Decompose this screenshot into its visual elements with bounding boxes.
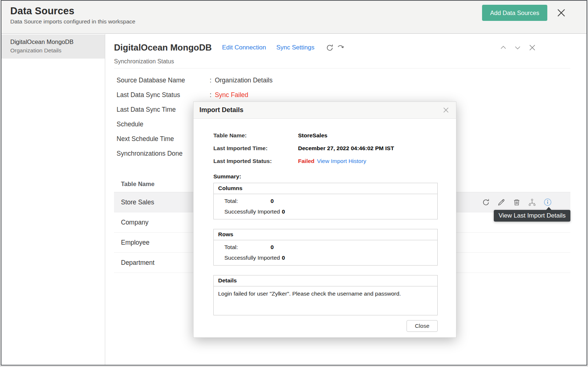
delete-icon[interactable] (512, 198, 521, 207)
modal-close-button[interactable]: Close (407, 320, 438, 332)
columns-imported-row: Successfully Imported 0 (224, 206, 437, 217)
import-details-modal: Import Details Table Name: StoreSales La… (193, 101, 456, 338)
sync-row-last-sync-status: Last Data Sync Status : Sync Failed (117, 88, 587, 102)
datasource-header-row: DigitalOcean MongoDB Edit Connection Syn… (114, 41, 570, 55)
panel-close-icon[interactable] (528, 43, 537, 52)
summary-label: Summary: (213, 173, 438, 180)
app-window: Data Sources Data Source imports configu… (1, 0, 587, 366)
chevron-down-icon[interactable] (514, 44, 522, 52)
columns-summary-box: Columns Total: 0 Successfully Imported 0 (213, 183, 438, 219)
page-header: Data Sources Data Source imports configu… (1, 1, 587, 34)
field-value: December 27, 2022 04:46:02 PM IST (298, 145, 394, 152)
relationships-icon[interactable] (528, 198, 536, 207)
table-row-label: Employee (121, 239, 150, 246)
columns-total-row: Total: 0 (224, 196, 437, 206)
sync-row-source-database-name: Source Database Name : Organization Deta… (117, 73, 587, 88)
box-row-value: 0 (282, 208, 285, 215)
rows-total-row: Total: 0 (224, 242, 437, 252)
rows-imported-row: Successfully Imported 0 (224, 252, 437, 263)
tooltip-view-last-import-details: View Last Import Details (494, 210, 570, 222)
field-label: Last Imported Time: (213, 145, 298, 152)
sidebar: DigitalOcean MongoDB Organization Detail… (1, 34, 105, 365)
close-icon[interactable] (555, 7, 567, 19)
box-row-label: Total: (224, 198, 271, 204)
modal-header: Import Details (194, 102, 456, 119)
sidebar-item-title: DigitalOcean MongoDB (10, 38, 101, 45)
details-box: Details Login failed for user "Zylker". … (213, 275, 438, 315)
box-row-label: Total: (224, 244, 271, 251)
sidebar-item-subtitle: Organization Details (10, 47, 101, 54)
table-row-label: Department (121, 259, 154, 267)
sync-settings-link[interactable]: Sync Settings (276, 44, 315, 51)
view-import-history-link[interactable]: View Import History (317, 158, 366, 164)
field-last-imported-status: Last Imported Status: Failed View Import… (213, 157, 438, 165)
modal-body: Table Name: StoreSales Last Imported Tim… (194, 119, 456, 332)
sync-status-section-title: Synchronization Status (114, 58, 587, 65)
field-value: StoreSales (298, 132, 327, 139)
sync-row-value: Organization Details (215, 77, 273, 84)
colon: : (210, 77, 212, 84)
field-table-name: Table Name: StoreSales (213, 131, 438, 140)
refresh-icons (326, 44, 345, 52)
sync-icon[interactable] (482, 198, 490, 207)
modal-close-icon[interactable] (442, 106, 450, 114)
table-row-label: Store Sales (121, 199, 154, 206)
datasource-title: DigitalOcean MongoDB (114, 42, 212, 53)
row-actions (482, 192, 552, 212)
box-title: Columns (214, 183, 437, 194)
sidebar-item-digitalocean-mongodb[interactable]: DigitalOcean MongoDB Organization Detail… (1, 34, 105, 59)
edit-connection-link[interactable]: Edit Connection (222, 44, 266, 51)
refresh-icon[interactable] (326, 44, 334, 52)
box-title: Details (214, 275, 437, 286)
box-row-value: 0 (282, 255, 285, 261)
modal-title: Import Details (199, 106, 243, 114)
add-data-sources-button[interactable]: Add Data Sources (482, 5, 547, 21)
sync-row-label: Source Database Name (117, 77, 210, 84)
chevron-up-icon[interactable] (499, 44, 507, 52)
rows-summary-box: Rows Total: 0 Successfully Imported 0 (213, 229, 438, 266)
error-details-text: Login failed for user "Zylker". Please c… (214, 286, 437, 315)
section-divider (114, 68, 570, 68)
sync-row-label: Last Data Sync Status (117, 91, 210, 99)
info-icon[interactable] (543, 198, 552, 207)
field-last-imported-time: Last Imported Time: December 27, 2022 04… (213, 144, 438, 152)
table-row-label: Company (121, 219, 148, 226)
edit-icon[interactable] (497, 198, 506, 207)
field-label: Table Name: (213, 132, 298, 139)
box-title: Rows (214, 229, 437, 240)
colon: : (210, 91, 212, 99)
box-row-label: Successfully Imported (224, 208, 282, 215)
panel-controls (499, 43, 537, 52)
sync-failed-status: Sync Failed (215, 91, 248, 99)
failed-status: Failed (298, 158, 315, 164)
box-row-value: 0 (271, 244, 274, 251)
resync-icon[interactable] (336, 44, 345, 52)
field-label: Last Imported Status: (213, 158, 298, 164)
tooltip-text: View Last Import Details (499, 212, 566, 219)
box-row-label: Successfully Imported (224, 255, 282, 261)
box-row-value: 0 (271, 198, 274, 204)
